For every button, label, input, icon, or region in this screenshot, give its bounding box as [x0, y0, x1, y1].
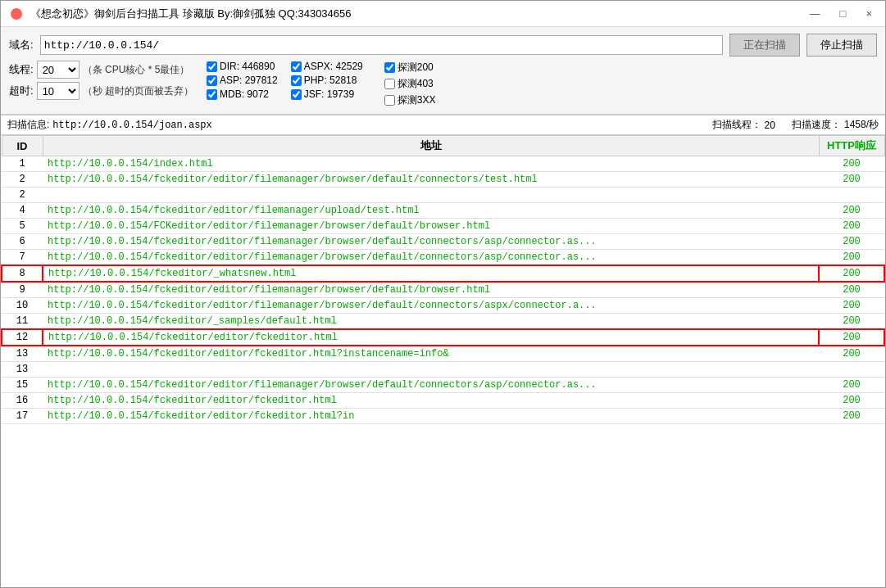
detect-group: 探测200 探测403 探测3XX — [384, 61, 436, 107]
thread-select[interactable]: 20 — [37, 61, 80, 79]
table-row[interactable]: 1 http://10.0.0.154/index.html 200 — [2, 156, 884, 172]
cell-http: 200 — [819, 393, 884, 409]
dir-checkbox[interactable] — [207, 61, 217, 72]
table-row[interactable]: 7 http://10.0.0.154/fckeditor/editor/fil… — [2, 250, 884, 266]
cell-addr[interactable]: http://10.0.0.154/fckeditor/editor/fcked… — [43, 409, 819, 424]
domain-label: 域名: — [9, 38, 34, 52]
cell-addr[interactable]: http://10.0.0.154/fckeditor/editor/fcked… — [43, 346, 819, 362]
toolbar: 域名: 正在扫描 停止扫描 线程: 20 （条 CPU核心 * 5最佳） 超时:… — [1, 27, 885, 115]
table-row[interactable]: 13 http://10.0.0.154/fckeditor/editor/fc… — [2, 346, 884, 362]
cell-id: 16 — [2, 393, 43, 409]
detect200-label: 探测200 — [398, 61, 434, 75]
main-window: 《想念初恋》御剑后台扫描工具 珍藏版 By:御剑孤独 QQ:343034656 … — [0, 0, 886, 588]
cell-id: 15 — [2, 378, 43, 393]
cell-http: 200 — [819, 156, 884, 172]
cell-addr — [43, 188, 819, 203]
cell-id: 13 — [2, 346, 43, 362]
cell-http: 200 — [819, 219, 884, 234]
cell-id: 1 — [2, 156, 43, 172]
scan-speed-label: 扫描速度： — [792, 118, 841, 132]
table-row[interactable]: 4 http://10.0.0.154/fckeditor/editor/fil… — [2, 203, 884, 219]
detect403-checkbox[interactable] — [384, 79, 395, 89]
asp-label: ASP: 297812 — [220, 75, 278, 86]
detect403-label: 探测403 — [398, 77, 434, 91]
domain-input[interactable] — [40, 35, 723, 55]
cell-http: 200 — [819, 234, 884, 250]
scan-button[interactable]: 正在扫描 — [729, 34, 800, 57]
mdb-checkbox[interactable] — [207, 89, 217, 100]
jsf-label: JSF: 19739 — [304, 88, 354, 100]
cell-http: 200 — [819, 282, 884, 298]
table-row[interactable]: 5 http://10.0.0.154/FCKeditor/editor/fil… — [2, 219, 884, 234]
title-bar: 《想念初恋》御剑后台扫描工具 珍藏版 By:御剑孤独 QQ:343034656 … — [1, 1, 885, 27]
detect3xx-label: 探测3XX — [398, 93, 436, 107]
cell-addr — [43, 362, 819, 378]
cell-addr[interactable]: http://10.0.0.154/fckeditor/_samples/def… — [43, 314, 819, 330]
stop-button[interactable]: 停止扫描 — [806, 34, 877, 57]
table-row[interactable]: 8 http://10.0.0.154/fckeditor/_whatsnew.… — [2, 265, 884, 282]
window-dot-icon — [11, 8, 22, 20]
col-header-addr: 地址 — [43, 136, 819, 156]
table-row[interactable]: 6 http://10.0.0.154/fckeditor/editor/fil… — [2, 234, 884, 250]
cell-addr[interactable]: http://10.0.0.154/fckeditor/editor/filem… — [43, 298, 819, 314]
cell-addr[interactable]: http://10.0.0.154/fckeditor/editor/filem… — [43, 203, 819, 219]
close-button[interactable]: × — [862, 7, 875, 20]
cell-id: 6 — [2, 234, 43, 250]
cell-addr[interactable]: http://10.0.0.154/FCKeditor/editor/filem… — [43, 219, 819, 234]
scan-thread-value: 20 — [765, 120, 775, 131]
results-table-container[interactable]: ID 地址 HTTP响应 1 http://10.0.0.154/index.h… — [1, 135, 885, 587]
cell-addr[interactable]: http://10.0.0.154/fckeditor/_whatsnew.ht… — [43, 265, 819, 282]
cell-http — [819, 362, 884, 378]
cell-id: 10 — [2, 298, 43, 314]
scan-info-value: http://10.0.0.154/joan.aspx — [52, 120, 211, 131]
table-row[interactable]: 2 http://10.0.0.154/fckeditor/editor/fil… — [2, 172, 884, 188]
cell-http: 200 — [819, 298, 884, 314]
cell-addr[interactable]: http://10.0.0.154/fckeditor/editor/filem… — [43, 378, 819, 393]
cell-http: 200 — [819, 346, 884, 362]
maximize-button[interactable]: □ — [837, 7, 850, 20]
cell-http: 200 — [819, 378, 884, 393]
cell-addr[interactable]: http://10.0.0.154/fckeditor/editor/filem… — [43, 250, 819, 266]
table-row[interactable]: 9 http://10.0.0.154/fckeditor/editor/fil… — [2, 282, 884, 298]
scan-thread-label: 扫描线程： — [712, 118, 761, 132]
window-title: 《想念初恋》御剑后台扫描工具 珍藏版 By:御剑孤独 QQ:343034656 — [30, 7, 806, 21]
table-row[interactable]: 17 http://10.0.0.154/fckeditor/editor/fc… — [2, 409, 884, 424]
table-row[interactable]: 13 — [2, 362, 884, 378]
table-row[interactable]: 11 http://10.0.0.154/fckeditor/_samples/… — [2, 314, 884, 330]
detect200-checkbox[interactable] — [384, 62, 395, 73]
timeout-label: 超时: — [9, 84, 34, 98]
cell-addr[interactable]: http://10.0.0.154/index.html — [43, 156, 819, 172]
timeout-hint: （秒 超时的页面被丢弃） — [83, 84, 193, 98]
cell-id: 13 — [2, 362, 43, 378]
asp-checkbox[interactable] — [207, 75, 217, 86]
minimize-button[interactable]: — — [806, 7, 824, 20]
cell-addr[interactable]: http://10.0.0.154/fckeditor/editor/fcked… — [43, 329, 819, 346]
cell-id: 8 — [2, 265, 43, 282]
table-row[interactable]: 12 http://10.0.0.154/fckeditor/editor/fc… — [2, 329, 884, 346]
thread-label: 线程: — [9, 62, 34, 77]
scan-info-label: 扫描信息: — [7, 118, 49, 132]
table-row[interactable]: 10 http://10.0.0.154/fckeditor/editor/fi… — [2, 298, 884, 314]
cell-addr[interactable]: http://10.0.0.154/fckeditor/editor/filem… — [43, 282, 819, 298]
checkbox-group-1: DIR: 446890 ASP: 297812 MDB: 9072 — [207, 61, 278, 100]
cell-id: 12 — [2, 329, 43, 346]
cell-addr[interactable]: http://10.0.0.154/fckeditor/editor/filem… — [43, 172, 819, 188]
cell-http: 200 — [819, 203, 884, 219]
aspx-checkbox[interactable] — [291, 61, 302, 72]
scan-speed-value: 1458/秒 — [844, 118, 879, 132]
cell-id: 5 — [2, 219, 43, 234]
timeout-select[interactable]: 10 — [37, 82, 80, 100]
php-checkbox[interactable] — [291, 75, 302, 86]
cell-http: 200 — [819, 250, 884, 266]
cell-addr[interactable]: http://10.0.0.154/fckeditor/editor/fcked… — [43, 393, 819, 409]
cell-id: 4 — [2, 203, 43, 219]
jsf-checkbox[interactable] — [291, 89, 302, 100]
col-header-http: HTTP响应 — [819, 136, 884, 156]
table-row[interactable]: 16 http://10.0.0.154/fckeditor/editor/fc… — [2, 393, 884, 409]
table-row[interactable]: 2 — [2, 188, 884, 203]
detect3xx-checkbox[interactable] — [384, 95, 395, 106]
cell-id: 2 — [2, 172, 43, 188]
cell-http: 200 — [819, 265, 884, 282]
table-row[interactable]: 15 http://10.0.0.154/fckeditor/editor/fi… — [2, 378, 884, 393]
cell-addr[interactable]: http://10.0.0.154/fckeditor/editor/filem… — [43, 234, 819, 250]
